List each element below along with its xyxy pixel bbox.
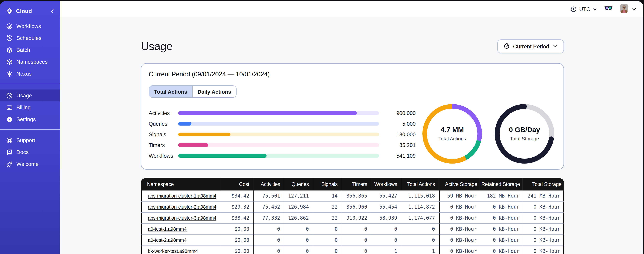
column-header: Total Actions [401,178,439,190]
value-cell: 0 [284,246,313,254]
table-row: abs-migration-cluster-3.a98mm4$38.4277,3… [141,212,564,224]
value-cell: 0 [254,246,284,254]
page-header: Usage Current Period [141,38,564,54]
value-cell: 0 KB-Hour [522,224,564,235]
value-cell: 0 KB-Hour [480,246,522,254]
value-cell: 0 [401,224,439,235]
namespace-link[interactable]: abs-migration-cluster-3.a98mm4 [148,215,216,221]
namespace-link[interactable]: bk-worker-test.a98mm4 [148,248,198,254]
sidebar-divider [0,84,60,84]
table-row: abs-migration-cluster-2.a98mm4$29.3275,4… [141,202,564,212]
value-cell: $38.42 [221,212,254,224]
value-cell: 0 [313,235,342,246]
namespace-link[interactable]: a0-test-2.a98mm4 [148,237,186,243]
tab-total-actions[interactable]: Total Actions [149,86,192,97]
value-cell: $0.00 [221,235,254,246]
sidebar-divider [0,129,60,130]
namespace-cell: abs-migration-cluster-3.a98mm4 [141,212,221,224]
bar-value: 900,000 [382,110,416,116]
app-window: Cloud Workflows Schedules [0,1,643,254]
sidebar-item-label: Batch [16,47,30,53]
namespace-link[interactable]: abs-migration-cluster-2.a98mm4 [148,204,216,210]
welcome-rocket-icon [6,161,13,167]
topbar: UTC [60,1,643,18]
value-cell: 0 KB-Hour [522,235,564,246]
support-lifebuoy-icon [6,137,13,144]
bar-row: Activities900,000 [149,109,416,117]
sidebar-item-docs[interactable]: Docs [0,146,60,158]
column-header: Active Storage [439,178,480,190]
donut-center-label: 4.7 MM Total Actions [422,104,482,164]
sidebar-item-label: Nexus [16,70,32,77]
column-header: Cost [221,178,254,190]
column-header: Workflows [371,178,401,190]
bar-track [178,122,379,126]
bar-label: Activities [149,110,178,116]
value-cell: 14 [313,190,342,202]
actions-tabs: Total Actions Daily Actions [149,86,236,98]
value-cell: 58,939 [371,212,401,224]
value-cell: 0 KB-Hour [439,246,480,254]
sidebar-item-batch[interactable]: Batch [0,44,60,56]
usage-summary-card: Current Period (09/01/2024 — 10/01/2024)… [141,63,564,170]
table-row: bk-worker-test.a98mm4$0.000000110 KB-Hou… [141,246,564,254]
sidebar-item-label: Schedules [16,35,42,41]
value-cell: 22 [313,212,342,224]
reader-glasses-button[interactable] [604,6,613,13]
period-select-button[interactable]: Current Period [498,39,564,53]
sidebar-item-welcome[interactable]: Welcome [0,158,60,170]
value-cell: 0 KB-Hour [439,235,480,246]
table-header-row: NamespaceCostActivitiesQueriesSignalsTim… [141,178,564,190]
docs-book-icon [6,149,13,155]
value-cell: 0 [401,235,439,246]
bar-value: 85,201 [382,142,416,148]
sidebar-item-billing[interactable]: Billing [0,101,60,113]
value-cell: 0 KB-Hour [522,212,564,224]
sidebar-item-usage[interactable]: Usage [0,90,60,101]
glasses-icon [604,6,613,13]
value-cell: 0 KB-Hour [480,235,522,246]
value-cell: 0 [313,246,342,254]
value-cell: 0 [371,224,401,235]
value-cell: 856,960 [342,202,371,212]
sidebar-item-label: Welcome [16,161,38,167]
value-cell: 910,922 [342,212,371,224]
user-menu[interactable] [620,4,636,14]
value-cell: $0.00 [221,246,254,254]
namespace-link[interactable]: a0-test-1.a98mm4 [148,226,186,232]
total-storage-donut: 0 GB/Day Total Storage [494,104,555,164]
chevron-down-icon [632,6,636,13]
value-cell: 0 KB-Hour [439,224,480,235]
value-cell: 182 MB-Hour [480,190,522,202]
value-cell: 126,862 [284,212,313,224]
usage-gauge-icon [6,92,13,99]
temporal-logo-icon [6,8,13,14]
sidebar-item-schedules[interactable]: Schedules [0,32,60,44]
sidebar-item-nexus[interactable]: Nexus [0,68,60,80]
sidebar-collapse-button[interactable] [50,8,55,14]
bar-row: Queries5,000 [149,120,416,128]
sidebar-item-namespaces[interactable]: Namespaces [0,56,60,68]
value-cell: 0 [371,235,401,246]
namespace-cell: a0-test-1.a98mm4 [141,224,221,235]
sidebar-item-support[interactable]: Support [0,134,60,146]
bar-fill [178,111,357,115]
clock-icon [570,6,577,12]
tab-daily-actions[interactable]: Daily Actions [192,86,236,97]
value-cell: 1,114,872 [401,202,439,212]
sidebar-item-workflows[interactable]: Workflows [0,20,60,32]
column-header: Activities [254,178,284,190]
value-cell: 75,501 [254,190,284,202]
namespaces-icon [6,58,13,65]
bar-label: Queries [149,120,178,127]
timezone-select[interactable]: UTC [570,6,597,12]
sidebar-item-settings[interactable]: Settings [0,113,60,125]
bar-row: Workflows541,109 [149,152,416,160]
sidebar-brand: Cloud [0,1,60,20]
stopwatch-icon [504,43,510,50]
value-cell: 55,427 [371,190,401,202]
value-cell: 0 KB-Hour [522,202,564,212]
bar-value: 5,000 [382,120,416,127]
value-cell: 0 [342,224,371,235]
namespace-link[interactable]: abs-migration-cluster-1.a98mm4 [148,193,216,199]
